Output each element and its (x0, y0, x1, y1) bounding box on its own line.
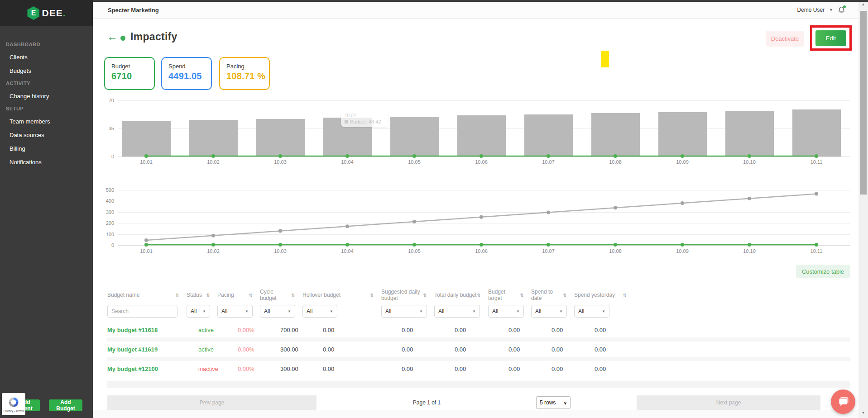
cell-pacing: 0.00% (217, 346, 260, 353)
filter-select-total-daily-budget[interactable]: All▼ (434, 305, 480, 318)
cell-suggested-daily-budget: 0.00 (381, 366, 434, 372)
filter-select-spend-yesterday[interactable]: All▼ (574, 305, 609, 318)
filter-select-status[interactable]: All▼ (187, 305, 210, 318)
sidebar-item-team-members[interactable]: Team members (10, 118, 93, 125)
filter-select-cycle-budget[interactable]: All▼ (260, 305, 295, 318)
gridline-y100 (118, 234, 850, 235)
chevron-down-icon[interactable]: ▼ (829, 8, 833, 12)
sort-icon[interactable]: ⇅ (249, 293, 253, 298)
prev-page-button[interactable]: Prev page (107, 395, 317, 410)
filter-value: All (221, 308, 227, 314)
chevron-down-icon: ∨ (564, 400, 567, 405)
recaptcha-terms[interactable]: Privacy - Terms (4, 409, 24, 413)
x-tick-label: 10.04 (334, 159, 361, 165)
data-point (278, 243, 282, 247)
scrollbar-up-arrow[interactable]: ▲ (858, 2, 868, 6)
sidebar-item-notifications[interactable]: Notifications (10, 159, 93, 166)
spend-card-value: 4491.05 (168, 71, 211, 81)
user-menu[interactable]: Demo User (797, 7, 825, 13)
y-tick-label: 0 (94, 154, 114, 159)
sort-icon[interactable]: ⇅ (176, 293, 179, 298)
cell-name[interactable]: My budget #12100 (107, 366, 187, 372)
yellow-marker (601, 51, 609, 67)
filter-select-pacing[interactable]: All▼ (217, 305, 253, 318)
deactivate-button[interactable]: Deactivate (766, 31, 804, 47)
edit-button[interactable]: Edit (815, 30, 846, 46)
filter-cell: All▼ (187, 305, 217, 318)
y-tick-label: 200 (94, 220, 114, 226)
bar-10.11[interactable] (792, 109, 841, 157)
sort-icon[interactable]: ⇅ (623, 293, 627, 298)
filter-cell: All▼ (531, 305, 574, 318)
cell-name[interactable]: My budget #11618 (107, 327, 187, 333)
budgets-table: Budget name⇅Status⇅Pacing⇅Cycle budget⇅R… (107, 289, 850, 376)
rows-per-page-value: 5 rows (540, 399, 556, 406)
y-tick-label: 100 (94, 232, 114, 237)
cell-spend-yesterday: 0.00 (574, 346, 634, 353)
data-point (815, 192, 818, 196)
sidebar-item-billing[interactable]: Billing (10, 145, 93, 152)
bar-10.05[interactable] (390, 117, 439, 157)
data-point (748, 243, 751, 247)
sidebar-item-change-history[interactable]: Change history (10, 93, 93, 100)
sidebar-item-budgets[interactable]: Budgets (10, 67, 93, 74)
cell-suggested-daily-budget: 0.00 (381, 327, 434, 333)
filter-cell (107, 305, 187, 318)
tooltip-swatch (345, 120, 348, 124)
bar-10.03[interactable] (256, 119, 305, 157)
search-input[interactable] (107, 305, 177, 318)
bar-10.09[interactable] (658, 112, 707, 157)
table-header-row: Budget name⇅Status⇅Pacing⇅Cycle budget⇅R… (107, 289, 850, 301)
bar-10.07[interactable] (524, 114, 573, 157)
chevron-down-icon: ▼ (559, 309, 563, 314)
back-arrow-icon[interactable]: ← (107, 31, 118, 42)
cell-cycle-budget: 700.00 (260, 327, 302, 333)
filter-value: All (385, 308, 391, 314)
sort-icon[interactable]: ⇅ (520, 293, 524, 298)
rows-per-page-select[interactable]: 5 rows ∨ (536, 396, 571, 409)
add-budget-button[interactable]: Add Budget (49, 399, 82, 411)
sidebar-item-clients[interactable]: Clients (10, 54, 93, 61)
chat-launcher-button[interactable] (831, 390, 855, 414)
sort-icon[interactable]: ⇅ (563, 293, 567, 298)
customize-table-button[interactable]: Customize table (796, 265, 850, 278)
gridline-y70 (118, 100, 850, 101)
scrollbar-down-arrow[interactable]: ▼ (858, 411, 868, 415)
column-header-cycle-budget: Cycle budget⇅ (260, 289, 302, 301)
chevron-down-icon: ▼ (419, 309, 423, 314)
bar-10.02[interactable] (189, 120, 238, 157)
y-tick-label: 400 (94, 198, 114, 204)
filter-select-rollover-budget[interactable]: All▼ (302, 305, 337, 318)
sort-icon[interactable]: ⇅ (477, 293, 481, 298)
filter-select-suggested-daily-budget[interactable]: All▼ (381, 305, 427, 318)
bar-10.06[interactable] (457, 115, 506, 157)
cell-spend-yesterday: 0.00 (574, 327, 634, 333)
x-tick-label: 10.11 (803, 159, 830, 165)
sort-icon[interactable]: ⇅ (292, 293, 295, 298)
recaptcha-badge[interactable]: Privacy - Terms (2, 393, 25, 415)
filter-select-budget-target[interactable]: All▼ (488, 305, 524, 318)
y-tick-label: 70 (94, 98, 114, 103)
x-tick-label: 10.09 (669, 159, 696, 165)
bar-10.01[interactable] (122, 121, 171, 157)
cell-pacing: 0.00% (217, 366, 260, 372)
column-label: Spend to date (531, 289, 563, 301)
app-root: E DEE. DASHBOARDClientsBudgetsACTIVITYCh… (0, 0, 868, 418)
scrollbar-thumb[interactable] (860, 11, 867, 195)
spend-card-label: Spend (168, 63, 211, 70)
sort-icon[interactable]: ⇅ (370, 293, 374, 298)
bar-10.10[interactable] (725, 111, 774, 157)
sort-icon[interactable]: ⇅ (206, 293, 210, 298)
chevron-down-icon: ▼ (245, 309, 249, 314)
sidebar-item-data-sources[interactable]: Data sources (10, 132, 93, 138)
bar-10.08[interactable] (591, 113, 640, 157)
budget-status-dot (120, 36, 125, 41)
cell-name[interactable]: My budget #11619 (107, 346, 187, 353)
logo: E DEE. (0, 0, 93, 26)
filter-select-spend-to-date[interactable]: All▼ (531, 305, 567, 318)
next-page-button[interactable]: Next page (637, 395, 820, 410)
sort-icon[interactable]: ⇅ (423, 293, 427, 298)
notification-bell-icon[interactable] (838, 6, 846, 14)
x-tick-label: 10.04 (334, 248, 361, 254)
page-scrollbar[interactable]: ▲ ▼ (858, 0, 868, 418)
